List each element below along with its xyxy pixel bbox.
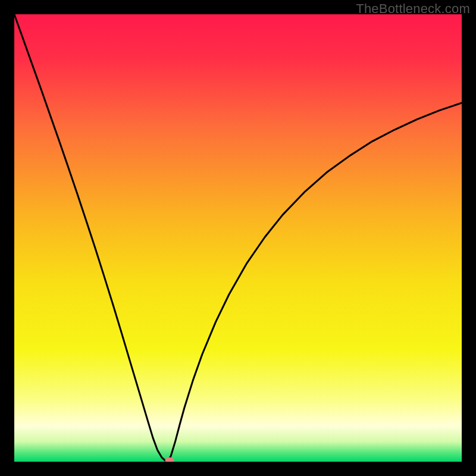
plot-area: [14, 14, 462, 462]
curve-layer: [14, 14, 462, 462]
outer-frame: TheBottleneck.com: [0, 0, 476, 476]
watermark-text: TheBottleneck.com: [356, 1, 470, 17]
highlight-dot: [165, 457, 174, 462]
bottleneck-curve-path: [14, 14, 462, 461]
